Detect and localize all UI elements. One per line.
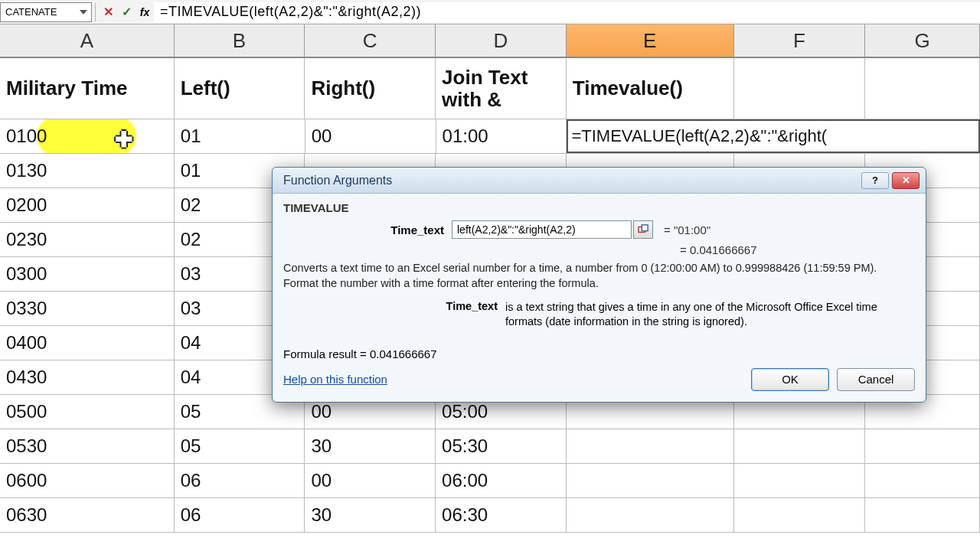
cell-B2[interactable]: 01 [175, 119, 305, 153]
cell-B1[interactable]: Left() [175, 58, 305, 119]
cell[interactable]: 06 [175, 498, 305, 532]
cell[interactable]: 05 [175, 429, 305, 463]
cell[interactable] [865, 498, 980, 532]
cell-G1[interactable] [865, 58, 980, 119]
cell[interactable]: 0300 [0, 257, 175, 291]
cell-value: 0130 [6, 160, 47, 181]
cell[interactable]: 0200 [0, 188, 175, 222]
name-box[interactable]: CATENATE [0, 2, 92, 22]
svg-rect-1 [642, 225, 648, 231]
arg-input[interactable] [452, 220, 632, 239]
cell-value: 0530 [6, 435, 47, 457]
cell-value: 06 [181, 504, 201, 526]
cell-value: 05 [181, 435, 201, 457]
name-box-value: CATENATE [5, 6, 57, 18]
table-row: 0530 05 30 05:30 [0, 429, 980, 464]
cell[interactable]: 0530 [0, 429, 175, 463]
range-icon [638, 224, 648, 235]
check-icon: ✓ [122, 5, 132, 19]
cell-value: 00 [311, 401, 332, 422]
cell-C2[interactable]: 00 [305, 119, 436, 153]
col-header-A[interactable]: A [0, 24, 175, 57]
cell-value: 03 [181, 263, 201, 285]
col-header-D[interactable]: D [436, 24, 567, 57]
col-header-G[interactable]: G [865, 24, 980, 57]
cell[interactable]: 0230 [0, 223, 175, 256]
cell-value: 0600 [6, 470, 47, 491]
cell[interactable]: 30 [305, 498, 436, 532]
cell-value: 06:00 [442, 470, 488, 491]
result-label: Formula result = [283, 347, 370, 360]
cell-value: 00 [312, 126, 332, 147]
help-icon: ? [872, 174, 878, 186]
cell[interactable]: 00 [305, 464, 436, 497]
x-icon: ✕ [103, 5, 113, 19]
formula-bar: CATENATE ✕ ✓ fx [0, 0, 980, 24]
cell[interactable]: 06:30 [436, 498, 567, 532]
formula-result: Formula result = 0.041666667 [283, 347, 915, 360]
close-button[interactable]: ✕ [892, 172, 920, 189]
cell-value: 02 [181, 194, 201, 216]
help-button[interactable]: ? [861, 172, 889, 189]
editing-formula: =TIMEVALUE(left(A2,2)&":"&right( [571, 126, 827, 146]
function-description: Converts a text time to an Excel serial … [283, 261, 915, 291]
cell[interactable] [567, 429, 734, 463]
cell-value: 04 [181, 332, 201, 354]
function-arguments-dialog: Function Arguments ? ✕ TIMEVALUE Time_te… [272, 167, 926, 403]
cell[interactable]: 05:30 [436, 429, 567, 463]
accept-formula-button[interactable]: ✓ [117, 3, 136, 21]
cell[interactable] [865, 464, 980, 497]
cell-value: 0330 [6, 298, 47, 319]
dialog-footer: Help on this function OK Cancel [283, 368, 915, 391]
cell[interactable] [734, 429, 866, 463]
cell-value: 04 [181, 367, 201, 388]
formula-input[interactable] [154, 2, 980, 22]
header-label: Military Time [6, 77, 127, 99]
range-selector-button[interactable] [633, 220, 653, 239]
name-box-dropdown[interactable] [77, 5, 90, 20]
col-header-E[interactable]: E [567, 24, 734, 57]
column-headers: A B C D E F G [0, 24, 980, 58]
cell[interactable]: 0500 [0, 395, 175, 429]
cell[interactable]: 0630 [0, 498, 175, 532]
cell-value: 01:00 [443, 126, 488, 147]
cell-A1[interactable]: Military Time [0, 58, 175, 119]
cell-value: 01 [181, 126, 201, 147]
cell[interactable]: 06 [175, 464, 305, 497]
cell[interactable]: 06:00 [436, 464, 567, 497]
cell[interactable] [567, 498, 734, 532]
ok-button[interactable]: OK [751, 368, 829, 391]
cell-E2-editing[interactable]: =TIMEVALUE(left(A2,2)&":"&right( [567, 119, 980, 153]
cell-A2[interactable]: 0100 ✚ [0, 119, 175, 153]
insert-function-button[interactable]: fx [136, 3, 154, 21]
col-header-F[interactable]: F [734, 24, 866, 57]
cell[interactable] [734, 498, 866, 532]
cell-F1[interactable] [734, 58, 866, 119]
cell[interactable]: 0330 [0, 292, 175, 325]
cell[interactable] [865, 429, 980, 463]
col-header-B[interactable]: B [175, 24, 305, 57]
col-header-C[interactable]: C [305, 24, 436, 57]
cell[interactable] [734, 464, 866, 497]
cell[interactable]: 0430 [0, 360, 175, 394]
cancel-button[interactable]: Cancel [837, 368, 915, 391]
dialog-titlebar[interactable]: Function Arguments ? ✕ [273, 168, 926, 194]
cell-value: 0230 [6, 229, 47, 250]
argument-description: Time_text is a text string that gives a … [283, 300, 915, 329]
cell[interactable]: 30 [305, 429, 436, 463]
chevron-down-icon [80, 10, 87, 15]
cell-D1[interactable]: Join Text with & [436, 58, 567, 119]
cell[interactable] [567, 464, 734, 497]
help-on-function-link[interactable]: Help on this function [283, 373, 387, 386]
cell[interactable]: 0130 [0, 154, 175, 187]
cancel-formula-button[interactable]: ✕ [99, 3, 117, 21]
cell-E1[interactable]: Timevalue() [567, 58, 734, 119]
cell-C1[interactable]: Right() [305, 58, 436, 119]
cell-cursor-icon: ✚ [115, 127, 132, 152]
dialog-title: Function Arguments [279, 174, 858, 187]
cell-D2[interactable]: 01:00 [436, 119, 567, 153]
cell-value: 00 [311, 470, 332, 491]
cell[interactable]: 0600 [0, 464, 175, 497]
cell-value: 30 [311, 435, 332, 457]
cell[interactable]: 0400 [0, 326, 175, 360]
